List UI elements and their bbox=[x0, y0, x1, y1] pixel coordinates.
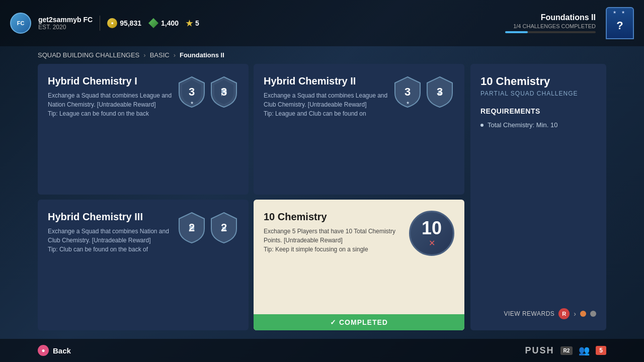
challenge-title-1: Hybrid Chemistry I bbox=[48, 75, 172, 87]
shield-star-1a: ★ bbox=[190, 101, 194, 105]
users-count: 5 bbox=[596, 346, 606, 355]
progress-fill bbox=[505, 31, 528, 33]
large-badge-10chem: 10 ✕ bbox=[409, 211, 454, 256]
challenge-card-hybrid-3[interactable]: Hybrid Chemistry III Exchange a Squad th… bbox=[38, 200, 249, 330]
challenge-badges-2: 3 ★ ⚑ 3 bbox=[393, 75, 454, 109]
points-display: 1,400 bbox=[148, 18, 179, 28]
coins-value: 95,831 bbox=[120, 19, 141, 27]
foundations-info: Foundations II 1/4 CHALLENGES COMPLETED bbox=[505, 13, 596, 33]
top-bar: FC get2sammyb FC EST. 2020 ● 95,831 1,40… bbox=[0, 0, 644, 46]
breadcrumb-sep-2: › bbox=[174, 51, 176, 59]
large-badge-number: 10 bbox=[422, 219, 442, 237]
breadcrumb-item-3: Foundations II bbox=[180, 51, 224, 59]
star-icon: ★ bbox=[186, 19, 193, 28]
shield-number-2a: 3 bbox=[405, 85, 411, 99]
stars-value: 5 bbox=[195, 19, 199, 27]
shield-number-3a: 2 bbox=[189, 221, 195, 234]
right-panel-subtitle: PARTIAL SQUAD CHALLENGE bbox=[480, 90, 596, 97]
back-circle-icon: ● bbox=[38, 345, 49, 356]
challenge-badges-3: ⚑ 2 ⚑ 2 bbox=[177, 211, 238, 245]
completed-label: ✓ COMPLETED bbox=[330, 318, 388, 326]
challenges-grid: Hybrid Chemistry I Exchange a Squad that… bbox=[38, 64, 464, 330]
stars-display: ★ 5 bbox=[186, 19, 199, 28]
push-logo: PUSH bbox=[525, 345, 554, 356]
foundations-title: Foundations II bbox=[505, 13, 596, 22]
shield-badge-3a: ⚑ 2 bbox=[177, 211, 206, 245]
users-icon: 👥 bbox=[579, 345, 590, 356]
club-name: get2sammyb FC bbox=[38, 16, 93, 24]
shield-badge-2b: ⚑ 3 bbox=[425, 75, 454, 109]
card-info-2: Hybrid Chemistry II Exchange a Squad tha… bbox=[264, 75, 393, 118]
requirements-title: REQUIREMENTS bbox=[480, 107, 596, 115]
challenge-badges-4: 10 ✕ bbox=[409, 211, 454, 256]
requirement-item-1: Total Chemistry: Min. 10 bbox=[480, 121, 596, 129]
bottom-right-icons: PUSH R2 👥 5 bbox=[525, 345, 607, 356]
main-content: Hybrid Chemistry I Exchange a Squad that… bbox=[0, 64, 644, 330]
challenge-badges-1: 3 ★ ⚑ 3 bbox=[177, 75, 238, 109]
challenge-title-4: 10 Chemistry bbox=[264, 211, 404, 223]
requirement-bullet bbox=[480, 124, 484, 127]
completed-banner: ✓ COMPLETED bbox=[254, 314, 464, 330]
coins-display: ● 95,831 bbox=[107, 18, 141, 28]
challenge-card-10chem[interactable]: 10 Chemistry Exchange 5 Players that hav… bbox=[254, 200, 464, 330]
help-symbol: ? bbox=[616, 19, 623, 32]
shield-badge-2a: 3 ★ bbox=[393, 75, 422, 109]
challenge-card-hybrid-2[interactable]: Hybrid Chemistry II Exchange a Squad tha… bbox=[254, 64, 464, 195]
breadcrumb: SQUAD BUILDING CHALLENGES › BASIC › Foun… bbox=[0, 46, 644, 64]
view-rewards-bar: VIEW REWARDS R › bbox=[480, 303, 596, 319]
chemistry-icon: ✕ bbox=[429, 238, 435, 248]
separator bbox=[100, 16, 100, 31]
challenge-card-hybrid-1[interactable]: Hybrid Chemistry I Exchange a Squad that… bbox=[38, 64, 249, 195]
challenge-title-2: Hybrid Chemistry II bbox=[264, 75, 388, 87]
challenge-desc-4: Exchange 5 Players that have 10 Total Ch… bbox=[264, 227, 404, 254]
progress-bar bbox=[505, 31, 596, 33]
breadcrumb-item-2[interactable]: BASIC bbox=[150, 51, 170, 59]
top-bar-right: Foundations II 1/4 CHALLENGES COMPLETED … bbox=[505, 7, 634, 39]
shield-number-1a: 3 bbox=[189, 85, 195, 99]
challenge-desc-1: Exchange a Squad that combines League an… bbox=[48, 91, 172, 118]
bottom-bar: ● Back PUSH R2 👥 5 bbox=[0, 339, 644, 362]
shield-badge-3b: ⚑ 2 bbox=[209, 211, 238, 245]
top-bar-left: FC get2sammyb FC EST. 2020 ● 95,831 1,40… bbox=[10, 13, 199, 34]
view-rewards-label: VIEW REWARDS bbox=[504, 310, 554, 317]
breadcrumb-item-1[interactable]: SQUAD BUILDING CHALLENGES bbox=[38, 51, 139, 59]
card-info-3: Hybrid Chemistry III Exchange a Squad th… bbox=[48, 211, 177, 254]
club-info: get2sammyb FC EST. 2020 bbox=[38, 16, 93, 31]
back-button[interactable]: ● Back bbox=[38, 345, 71, 356]
challenge-desc-2: Exchange a Squad that combines League an… bbox=[264, 91, 388, 118]
card-info-4: 10 Chemistry Exchange 5 Players that hav… bbox=[264, 211, 409, 254]
club-logo: FC bbox=[10, 13, 31, 34]
shield-number-3b: 2 bbox=[221, 221, 227, 234]
points-value: 1,400 bbox=[161, 19, 179, 27]
dot-orange bbox=[580, 311, 586, 317]
est-year: EST. 2020 bbox=[38, 24, 93, 31]
requirement-text-1: Total Chemistry: Min. 10 bbox=[488, 121, 557, 129]
r2-badge: R2 bbox=[560, 346, 573, 355]
points-icon bbox=[148, 18, 158, 28]
challenge-desc-3: Exchange a Squad that combines Nation an… bbox=[48, 227, 172, 254]
requirements-section: REQUIREMENTS Total Chemistry: Min. 10 bbox=[480, 107, 596, 303]
right-panel: 10 Chemistry PARTIAL SQUAD CHALLENGE REQ… bbox=[470, 64, 606, 330]
back-label: Back bbox=[53, 346, 71, 355]
shield-number-1b: 3 bbox=[221, 85, 227, 99]
shield-badge-1a: 3 ★ bbox=[177, 75, 206, 109]
shield-number-2b: 3 bbox=[437, 85, 443, 99]
challenges-progress: 1/4 CHALLENGES COMPLETED bbox=[505, 23, 596, 29]
card-info-1: Hybrid Chemistry I Exchange a Squad that… bbox=[48, 75, 177, 118]
shield-star-2a: ★ bbox=[406, 101, 410, 105]
shield-badge-1b: ⚑ 3 bbox=[209, 75, 238, 109]
dot-gray bbox=[590, 311, 596, 317]
help-badge[interactable]: ? bbox=[606, 7, 634, 39]
breadcrumb-sep-1: › bbox=[143, 51, 145, 59]
right-panel-title: 10 Chemistry bbox=[480, 75, 596, 88]
rewards-r-button[interactable]: R bbox=[558, 308, 570, 319]
rewards-arrow-right[interactable]: › bbox=[574, 310, 576, 318]
coin-icon: ● bbox=[107, 18, 117, 28]
challenge-title-3: Hybrid Chemistry III bbox=[48, 211, 172, 223]
